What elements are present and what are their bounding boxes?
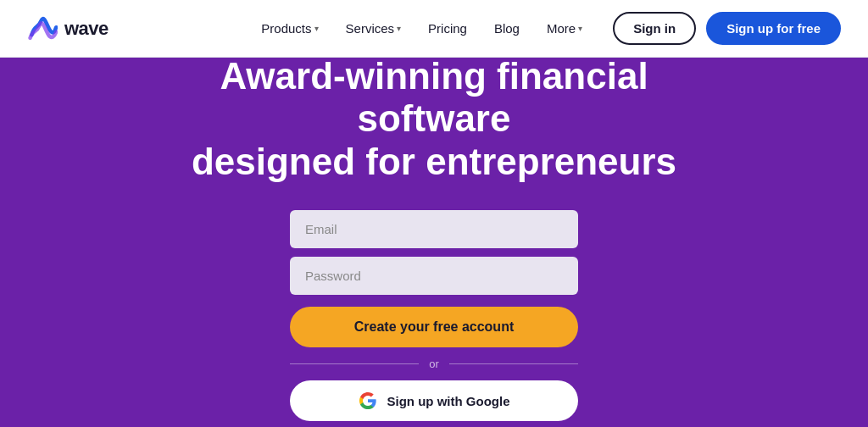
divider-text: or xyxy=(429,358,439,370)
google-signup-label: Sign up with Google xyxy=(387,394,510,408)
nav-links: Products ▾ Services ▾ Pricing Blog More … xyxy=(251,14,593,42)
wave-logo-icon xyxy=(27,14,58,44)
nav-more[interactable]: More ▾ xyxy=(537,14,593,42)
nav-actions: Sign in Sign up for free xyxy=(613,12,841,45)
hero-title: Award-winning financial software designe… xyxy=(146,55,722,184)
nav-more-label: More xyxy=(547,21,576,36)
signup-button[interactable]: Sign up for free xyxy=(706,12,841,45)
divider-line-right xyxy=(449,363,578,364)
hero-title-line1: Award-winning financial software xyxy=(220,55,648,140)
nav-products[interactable]: Products ▾ xyxy=(251,14,328,42)
nav-products-label: Products xyxy=(261,21,311,36)
divider-line-left xyxy=(290,363,419,364)
hero-title-line2: designed for entrepreneurs xyxy=(192,141,676,182)
signin-button[interactable]: Sign in xyxy=(613,12,696,45)
hero-section: Award-winning financial software designe… xyxy=(0,58,868,427)
nav-services[interactable]: Services ▾ xyxy=(336,14,412,42)
nav-pricing[interactable]: Pricing xyxy=(418,14,477,42)
logo[interactable]: wave xyxy=(27,14,108,44)
signup-form: Create your free account or Sign up with… xyxy=(290,210,578,421)
navbar: wave Products ▾ Services ▾ Pricing Blog … xyxy=(0,0,868,58)
create-account-button[interactable]: Create your free account xyxy=(290,307,578,347)
nav-blog-label: Blog xyxy=(494,21,520,36)
or-divider: or xyxy=(290,358,578,370)
email-field[interactable] xyxy=(290,210,578,248)
google-icon xyxy=(359,391,377,410)
logo-text: wave xyxy=(64,18,108,40)
nav-services-label: Services xyxy=(346,21,395,36)
chevron-down-icon: ▾ xyxy=(314,24,319,33)
nav-pricing-label: Pricing xyxy=(428,21,467,36)
password-field[interactable] xyxy=(290,257,578,295)
chevron-down-icon: ▾ xyxy=(397,24,401,33)
google-signup-button[interactable]: Sign up with Google xyxy=(290,380,578,421)
chevron-down-icon: ▾ xyxy=(578,24,582,33)
nav-blog[interactable]: Blog xyxy=(484,14,530,42)
